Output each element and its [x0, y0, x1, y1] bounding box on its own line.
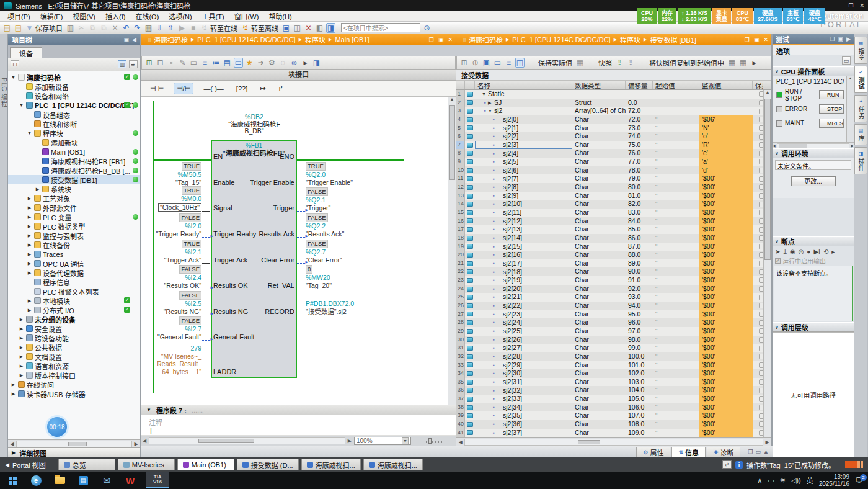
- breakpoints-header[interactable]: ∨断点: [773, 236, 854, 246]
- load-start-values-2-icon[interactable]: ▦: [738, 58, 748, 68]
- datatype-cell[interactable]: Char: [572, 234, 626, 243]
- task-card-tab[interactable]: ▤ 库: [854, 124, 867, 145]
- pin-panel-icon[interactable]: ▣: [838, 36, 844, 42]
- variable-name-cell[interactable]: ▪sj2[6]: [475, 166, 572, 175]
- tree-item[interactable]: ▶ 分布式 I/O ✓: [8, 305, 140, 315]
- variable-name-cell[interactable]: ▼Static: [475, 90, 572, 99]
- copy-snapshot-2-icon[interactable]: ⇪: [626, 58, 636, 68]
- start-value-cell[interactable]: [653, 90, 699, 99]
- tree-item[interactable]: PLC 报警文本列表 ✓: [8, 287, 140, 296]
- expander-icon[interactable]: ▼: [11, 75, 16, 79]
- open-editor-button[interactable]: Main (OB1): [177, 459, 234, 470]
- open-editor-button[interactable]: 海康威视扫...: [363, 459, 423, 470]
- tree-item[interactable]: ▶ 语言和资源 ✓: [8, 361, 140, 370]
- datatype-cell[interactable]: Char: [572, 318, 626, 327]
- table-row[interactable]: 16 ▪sj2[12] Char 84.0 '' '$00': [456, 217, 763, 226]
- operand-tag[interactable]: "General Fault": [157, 333, 202, 341]
- table-row[interactable]: 29 ▪sj2[25] Char 97.0 '' '$00': [456, 327, 763, 336]
- toolbar-label[interactable]: 转至离线: [251, 23, 278, 33]
- breakpoint-tool-icon[interactable]: ◉: [790, 248, 795, 255]
- input-language[interactable]: 英: [807, 475, 813, 485]
- options-box-icon[interactable]: ▭: [842, 56, 851, 65]
- zoom-slider[interactable]: [414, 438, 452, 444]
- table-row[interactable]: 27 ▪sj2[23] Char 95.0 '' '$00': [456, 310, 763, 319]
- table-row[interactable]: 22 ▪sj2[18] Char 90.0 '' '$00': [456, 267, 763, 276]
- datatype-cell[interactable]: [572, 90, 626, 99]
- tree-item[interactable]: ▶ 系统块 ✓: [8, 184, 140, 194]
- tree-item[interactable]: ▶ PLC 数据类型 ✓: [8, 222, 140, 231]
- variable-name-cell[interactable]: ▪▶SJ: [475, 99, 572, 107]
- start-value-cell[interactable]: '': [653, 183, 699, 192]
- start-value-cell[interactable]: '': [653, 124, 699, 133]
- device-view-icon[interactable]: ⊟: [11, 60, 19, 68]
- window-icon[interactable]: ◫: [293, 23, 302, 33]
- menu-item[interactable]: 选项(N): [164, 11, 197, 22]
- add-row-icon[interactable]: ⊕: [471, 58, 480, 68]
- network-comments-icon[interactable]: ▭: [234, 58, 243, 68]
- editor-maximize-icon[interactable]: ▣: [754, 37, 760, 43]
- network-7-header[interactable]: ▼ 程序段 7 : ......: [141, 405, 456, 415]
- wps-icon[interactable]: W: [123, 473, 138, 488]
- cross-reference-icon[interactable]: ✕: [304, 23, 313, 33]
- expander-icon[interactable]: ▶: [27, 298, 32, 303]
- table-row[interactable]: 23 ▪sj2[19] Char 91.0 '' '$00': [456, 276, 763, 285]
- start-value-cell[interactable]: '': [653, 293, 699, 302]
- datatype-cell[interactable]: Char: [572, 336, 626, 344]
- tree-item[interactable]: ▶ 公共数据 ✓: [8, 343, 140, 352]
- redo-icon[interactable]: ↷: [133, 23, 142, 33]
- task-card-tab[interactable]: ✦ 任务: [854, 95, 867, 122]
- db-toolbar-label[interactable]: 快照: [598, 58, 612, 68]
- col-offset[interactable]: 偏移量: [626, 81, 653, 89]
- table-row[interactable]: 14 ▪sj2[10] Char 82.0 '' '$00': [456, 200, 763, 209]
- close-button[interactable]: ✕: [859, 2, 864, 9]
- table-row[interactable]: 19 ▪sj2[15] Char 87.0 '' '$00': [456, 243, 763, 251]
- more-commands-icon[interactable]: ▸: [301, 58, 310, 68]
- lock-icon[interactable]: ▦: [575, 58, 585, 68]
- datatype-cell[interactable]: Char: [572, 132, 626, 141]
- operand-tag[interactable]: "Trigger Ready": [156, 230, 202, 238]
- breakpoint-tool-icon[interactable]: ▸: [831, 248, 835, 255]
- operand-tag[interactable]: "Clock_10Hz": [158, 203, 202, 212]
- datatype-cell[interactable]: Char: [572, 174, 626, 183]
- expand-all-networks-icon[interactable]: ≡: [200, 58, 210, 68]
- menu-item[interactable]: 在线(O): [130, 11, 164, 22]
- print-icon[interactable]: ▥: [66, 23, 75, 33]
- reset-start-icon[interactable]: ▭: [493, 58, 502, 68]
- call-environment-header[interactable]: ∨调用环境: [773, 148, 854, 158]
- datatype-cell[interactable]: Char: [572, 310, 626, 319]
- tree-item[interactable]: ▼ 程序块 ✓: [8, 128, 140, 138]
- tree-item[interactable]: ▶ 在线访问 ✓: [8, 380, 140, 389]
- table-row[interactable]: 37 ▪sj2[33] Char 105.0 '' '$00': [456, 395, 763, 403]
- editor-minimize-icon[interactable]: ─: [736, 37, 740, 43]
- start-value-cell[interactable]: '': [653, 209, 699, 217]
- editor-float-icon[interactable]: ❐: [745, 37, 750, 43]
- datatype-cell[interactable]: Char: [572, 166, 626, 175]
- change-button[interactable]: 更改...: [791, 176, 836, 186]
- datatype-cell[interactable]: Char: [572, 276, 626, 285]
- variable-name-cell[interactable]: ▪sj2[13]: [475, 225, 572, 234]
- table-row[interactable]: 10 ▪sj2[6] Char 78.0 '' 'd': [456, 166, 763, 175]
- menu-item[interactable]: 窗口(W): [229, 11, 264, 22]
- cpu-panel-vscrollbar[interactable]: ▲: [846, 76, 854, 142]
- goto-network-icon[interactable]: ➜: [256, 58, 265, 68]
- editor-maximize-icon[interactable]: ▣: [438, 37, 444, 43]
- start-value-cell[interactable]: '': [653, 344, 699, 352]
- variable-name-cell[interactable]: ▪sj2[14]: [475, 234, 572, 243]
- variable-name-cell[interactable]: ▪sj2[37]: [475, 429, 572, 437]
- store-icon[interactable]: ▤: [76, 473, 91, 488]
- network-comment[interactable]: 注释: [141, 415, 456, 427]
- datatype-cell[interactable]: Char: [572, 302, 626, 310]
- variable-name-cell[interactable]: ▪sj2[16]: [475, 251, 572, 259]
- editor-title-bar[interactable]: ▯ 海康扫码枪▶ PLC_1 [CPU 1214C DC/DC/DC]▶ 程序块…: [141, 34, 456, 45]
- show-all-columns-icon[interactable]: ▥: [118, 60, 126, 68]
- variable-name-cell[interactable]: ▪sj2[21]: [475, 293, 572, 302]
- col-datatype[interactable]: 数据类型: [572, 81, 626, 89]
- datatype-cell[interactable]: Char: [572, 344, 626, 352]
- reset-layout-icon[interactable]: ▭: [189, 58, 198, 68]
- start-button[interactable]: [5, 473, 20, 488]
- open-editor-button[interactable]: 总览: [58, 459, 115, 470]
- table-row[interactable]: 40 ▪sj2[36] Char 108.0 '' '$00': [456, 420, 763, 429]
- start-value-cell[interactable]: '': [653, 166, 699, 175]
- expander-icon[interactable]: ▶: [27, 205, 32, 210]
- paste-icon[interactable]: ⧉: [99, 23, 108, 33]
